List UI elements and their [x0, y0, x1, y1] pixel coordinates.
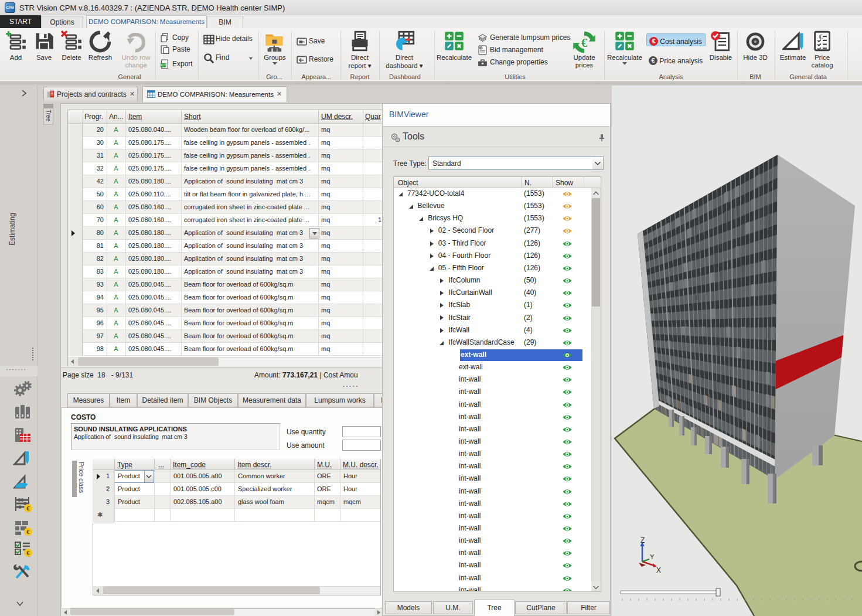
svg-text:€: €	[27, 529, 30, 535]
svg-text:X: X	[656, 566, 661, 574]
svg-text:€: €	[819, 33, 823, 41]
svg-text:Y: Y	[650, 553, 655, 560]
svg-text:XLS: XLS	[161, 64, 166, 67]
svg-text:€: €	[27, 550, 30, 556]
svg-text:€: €	[27, 505, 30, 512]
svg-text:€: €	[581, 36, 587, 49]
